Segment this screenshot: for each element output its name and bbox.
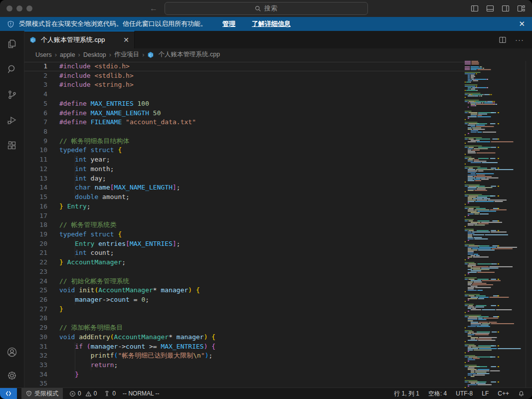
cursor-position[interactable]: 行 1, 列 1 xyxy=(389,388,424,399)
code-line-25[interactable]: 25void init(AccountManager* manager) { xyxy=(24,286,465,295)
breadcrumb-item[interactable]: apple xyxy=(60,51,75,58)
minimize-window-button[interactable] xyxy=(16,5,22,11)
line-number[interactable]: 20 xyxy=(24,239,47,249)
code-line-21[interactable]: 21 int count; xyxy=(24,248,465,258)
line-number[interactable]: 31 xyxy=(24,342,47,352)
code-line-24[interactable]: 24// 初始化帐务管理系统 xyxy=(24,277,465,286)
line-number[interactable]: 23 xyxy=(24,267,47,277)
line-number[interactable]: 10 xyxy=(24,146,47,155)
vim-mode-indicator[interactable]: -- NORMAL -- xyxy=(119,388,163,399)
run-debug-icon[interactable] xyxy=(6,114,18,126)
minimap[interactable] xyxy=(465,61,526,394)
line-number[interactable]: 25 xyxy=(24,286,47,295)
indentation-status[interactable]: 空格: 4 xyxy=(424,388,451,399)
line-number[interactable]: 34 xyxy=(24,370,47,380)
restricted-mode-status[interactable]: 受限模式 xyxy=(21,388,63,399)
code-line-4[interactable]: 4 xyxy=(24,90,465,99)
code-line-34[interactable]: 34 } xyxy=(24,370,465,380)
breadcrumb-item[interactable]: Users xyxy=(35,51,52,58)
code-line-23[interactable]: 23 xyxy=(24,267,465,277)
explorer-icon[interactable] xyxy=(6,38,18,50)
code-line-31[interactable]: 31 if (manager->count >= MAX_ENTRIES) { xyxy=(24,342,465,352)
remote-indicator[interactable] xyxy=(0,388,17,399)
code-line-29[interactable]: 29// 添加帐务明细条目 xyxy=(24,323,465,333)
learn-more-link[interactable]: 了解详细信息 xyxy=(252,19,291,28)
line-number[interactable]: 4 xyxy=(24,90,47,99)
source-control-icon[interactable] xyxy=(6,89,18,101)
line-number[interactable]: 13 xyxy=(24,174,47,184)
search-input[interactable]: 搜索 xyxy=(165,2,368,15)
code-line-26[interactable]: 26 manager->count = 0; xyxy=(24,295,465,305)
code-line-30[interactable]: 30void addEntry(AccountManager* manager)… xyxy=(24,333,465,342)
code-line-13[interactable]: 13 int day; xyxy=(24,174,465,184)
code-line-35[interactable]: 35 xyxy=(24,379,465,388)
line-number[interactable]: 5 xyxy=(24,99,47,109)
code-line-14[interactable]: 14 char name[MAX_NAME_LENGTH]; xyxy=(24,183,465,193)
line-number[interactable]: 35 xyxy=(24,379,47,388)
search-sidebar-icon[interactable] xyxy=(6,63,18,75)
split-editor-icon[interactable] xyxy=(499,36,507,44)
code-line-17[interactable]: 17 xyxy=(24,211,465,221)
code-line-18[interactable]: 18// 帐务管理系统类 xyxy=(24,220,465,230)
editor-scrollbar[interactable] xyxy=(526,61,532,388)
line-number[interactable]: 9 xyxy=(24,137,47,146)
code-area[interactable]: 1#include <stdio.h>2#include <stdlib.h>3… xyxy=(24,61,465,388)
code-line-33[interactable]: 33 return; xyxy=(24,361,465,370)
code-line-11[interactable]: 11 int year; xyxy=(24,155,465,165)
code-line-32[interactable]: 32 printf("帐务明细已达到最大限制\n"); xyxy=(24,351,465,361)
problems-status[interactable]: 0 0 xyxy=(66,388,100,399)
code-line-22[interactable]: 22} AccountManager; xyxy=(24,258,465,267)
line-number[interactable]: 29 xyxy=(24,323,47,333)
line-number[interactable]: 33 xyxy=(24,361,47,370)
toggle-primary-sidebar-icon[interactable] xyxy=(471,4,479,12)
line-number[interactable]: 24 xyxy=(24,277,47,286)
code-line-28[interactable]: 28 xyxy=(24,314,465,323)
code-line-8[interactable]: 8 xyxy=(24,127,465,137)
code-line-15[interactable]: 15 double amount; xyxy=(24,193,465,202)
breadcrumb-item[interactable]: 个人账本管理系统.cpp xyxy=(158,50,220,59)
line-number[interactable]: 6 xyxy=(24,109,47,118)
line-number[interactable]: 16 xyxy=(24,202,47,211)
line-number[interactable]: 2 xyxy=(24,71,47,81)
zoom-window-button[interactable] xyxy=(26,5,32,11)
code-line-19[interactable]: 19typedef struct { xyxy=(24,230,465,239)
navigate-back-icon[interactable]: ← xyxy=(150,0,158,17)
line-number[interactable]: 21 xyxy=(24,248,47,258)
code-line-3[interactable]: 3#include <string.h> xyxy=(24,80,465,90)
more-actions-icon[interactable]: ··· xyxy=(515,35,524,44)
code-line-2[interactable]: 2#include <stdlib.h> xyxy=(24,71,465,81)
toggle-secondary-sidebar-icon[interactable] xyxy=(502,4,510,12)
toggle-panel-icon[interactable] xyxy=(486,4,494,12)
breadcrumb-item[interactable]: 作业项目 xyxy=(114,50,139,59)
line-number[interactable]: 7 xyxy=(24,118,47,127)
code-line-6[interactable]: 6#define MAX_NAME_LENGTH 50 xyxy=(24,109,465,118)
close-window-button[interactable] xyxy=(6,5,12,11)
line-number[interactable]: 18 xyxy=(24,220,47,230)
ports-status[interactable]: 0 xyxy=(100,388,119,399)
line-number[interactable]: 11 xyxy=(24,155,47,165)
code-line-10[interactable]: 10typedef struct { xyxy=(24,146,465,155)
breadcrumb-item[interactable]: Desktop xyxy=(83,51,106,58)
code-line-20[interactable]: 20 Entry entries[MAX_ENTRIES]; xyxy=(24,239,465,249)
line-number[interactable]: 17 xyxy=(24,211,47,221)
manage-link[interactable]: 管理 xyxy=(222,19,235,28)
code-line-1[interactable]: 1#include <stdio.h> xyxy=(24,62,465,71)
code-line-5[interactable]: 5#define MAX_ENTRIES 100 xyxy=(24,99,465,109)
tab-file[interactable]: C+ 个人账本管理系统.cpp ✕ xyxy=(24,31,135,48)
customize-layout-icon[interactable] xyxy=(517,4,525,12)
line-number[interactable]: 3 xyxy=(24,80,47,90)
code-line-12[interactable]: 12 int month; xyxy=(24,165,465,174)
extensions-icon[interactable] xyxy=(6,140,18,152)
code-line-9[interactable]: 9// 帐务明细条目结构体 xyxy=(24,137,465,146)
line-number[interactable]: 26 xyxy=(24,295,47,305)
line-number[interactable]: 15 xyxy=(24,193,47,202)
banner-close-icon[interactable]: ✕ xyxy=(519,19,525,28)
line-number[interactable]: 14 xyxy=(24,183,47,193)
line-number[interactable]: 8 xyxy=(24,127,47,137)
line-number[interactable]: 12 xyxy=(24,165,47,174)
line-number[interactable]: 22 xyxy=(24,258,47,267)
settings-gear-icon[interactable] xyxy=(6,370,18,382)
line-number[interactable]: 27 xyxy=(24,305,47,314)
line-number[interactable]: 19 xyxy=(24,230,47,239)
code-line-7[interactable]: 7#define FILENAME "account_data.txt" xyxy=(24,118,465,127)
